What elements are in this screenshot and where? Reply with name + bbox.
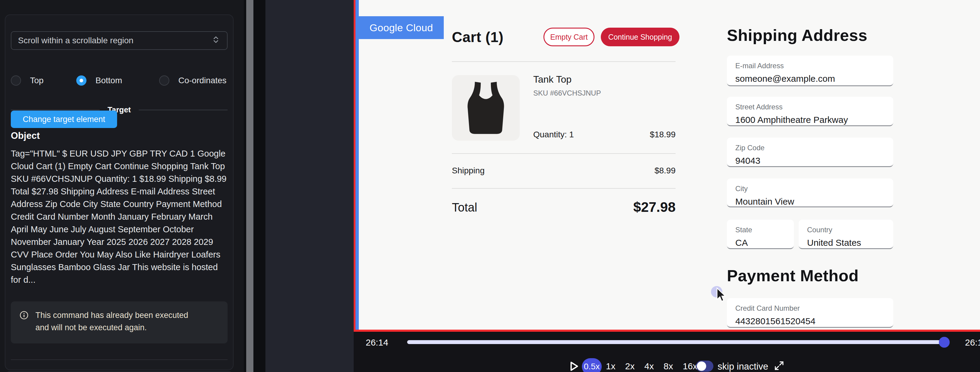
command-type-value: Scroll within a scrollable region [18,36,133,45]
command-type-select[interactable]: Scroll within a scrollable region [11,31,228,50]
speed-1x-button[interactable]: 1x [606,361,616,371]
email-field[interactable]: E-mail Address someone@example.com [727,56,893,86]
scrollbar-thumb[interactable] [246,0,253,372]
divider-line [139,110,228,110]
radio-bottom[interactable]: Bottom [76,75,122,86]
state-label: State [735,226,794,234]
zip-code-field[interactable]: Zip Code 94043 [727,137,893,167]
app-root: Scroll within a scrollable region Top Bo… [0,0,980,372]
cart-divider [452,153,676,154]
end-time: 26:1 [965,337,980,348]
country-value: United States [807,238,893,248]
object-text: Tag="HTML" $ EUR USD JPY GBP TRY CAD 1 G… [11,147,229,286]
radio-circle-bottom[interactable] [76,75,86,86]
sidebar-divider [11,359,228,360]
shipping-address-heading: Shipping Address [727,26,867,45]
radio-label-coordinates: Co-ordinates [178,76,226,85]
street-address-field[interactable]: Street Address 1600 Amphitheatre Parkway [727,97,893,126]
total-row-value: $27.98 [452,199,676,215]
credit-card-field[interactable]: Credit Card Number 4432801561520454 [727,298,893,328]
payment-method-heading: Payment Method [727,266,859,285]
shipping-row-value: $8.99 [452,166,676,176]
street-address-value: 1600 Amphitheatre Parkway [735,115,893,125]
skip-inactive-toggle[interactable] [696,361,713,372]
skip-inactive-label: skip inactive [718,361,768,372]
country-label: Country [807,226,893,234]
execution-notice: This command has already been executed a… [11,302,228,343]
mouse-pointer-icon [716,287,727,305]
info-icon [19,310,29,336]
object-heading: Object [11,131,40,141]
speed-0-5x-button[interactable]: 0.5x [582,358,602,372]
fullscreen-expand-icon[interactable] [773,360,785,372]
country-field[interactable]: Country United States [799,220,893,249]
radio-label-top: Top [30,76,43,85]
player-bar: 26:14 26:1 0.5x 1x 2x 4x 8x 16x skip ina… [354,332,980,372]
sidebar-scrollbar [244,0,266,372]
empty-cart-button[interactable]: Empty Cart [543,28,595,46]
toggle-knob [697,361,706,371]
radio-label-bottom: Bottom [95,76,122,85]
unfold-chevron-icon [212,35,220,46]
city-label: City [735,185,893,193]
viewport-border-bottom [354,330,980,332]
progress-knob[interactable] [939,337,950,348]
site-logo-badge[interactable]: Google Cloud [359,16,444,39]
email-field-value: someone@example.com [735,73,893,84]
radio-coordinates[interactable]: Co-ordinates [159,75,226,86]
viewport-border-left [354,0,355,332]
zip-code-label: Zip Code [735,144,893,152]
zip-code-value: 94043 [735,156,893,166]
email-field-label: E-mail Address [735,62,893,70]
radio-circle-coordinates[interactable] [159,75,169,86]
current-time: 26:14 [366,337,388,348]
command-panel: Scroll within a scrollable region Top Bo… [5,14,234,370]
progress-bar[interactable] [407,340,940,344]
speed-4x-button[interactable]: 4x [644,361,654,371]
radio-top[interactable]: Top [11,75,43,86]
divider-line [11,110,100,110]
tank-top-graphic [460,78,512,137]
continue-shopping-button[interactable]: Continue Shopping [601,28,679,46]
element-highlight-border [355,0,359,330]
cart-divider [452,61,676,62]
change-target-button[interactable]: Change target element [11,110,117,128]
play-button[interactable] [568,360,580,372]
speed-8x-button[interactable]: 8x [663,361,673,371]
product-sku: SKU #66VCHSJNUP [533,89,601,97]
credit-card-label: Credit Card Number [735,304,893,313]
speed-2x-button[interactable]: 2x [625,361,635,371]
state-field[interactable]: State CA [727,220,794,249]
street-address-label: Street Address [735,103,893,111]
city-field[interactable]: City Mountain View [727,179,893,208]
speed-16x-button[interactable]: 16x [683,361,697,371]
credit-card-value: 4432801561520454 [735,316,893,326]
product-price: $18.99 [452,130,676,139]
state-value: CA [735,238,794,248]
cart-title: Cart (1) [452,29,504,45]
radio-circle-top[interactable] [11,75,21,86]
execution-notice-text: This command has already been executed a… [35,309,197,336]
city-value: Mountain View [735,196,893,207]
product-name: Tank Top [533,74,572,85]
cart-divider [452,188,676,189]
